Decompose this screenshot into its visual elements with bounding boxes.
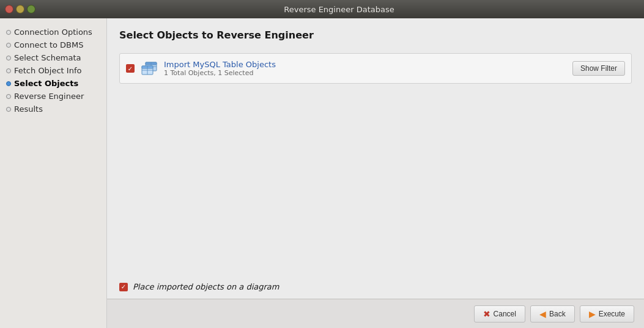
close-button[interactable] [5,5,13,13]
place-on-diagram-checkbox[interactable] [119,283,128,291]
minimize-button[interactable] [16,5,24,13]
cancel-label: Cancel [494,310,516,318]
back-label: Back [549,310,566,318]
sidebar-label-fetch-object-info: Fetch Object Info [14,66,81,75]
sidebar-dot-connect-to-dbms [6,43,11,48]
maximize-button[interactable] [27,5,35,13]
sidebar-item-fetch-object-info[interactable]: Fetch Object Info [0,64,106,77]
sidebar-dot-reverse-engineer [6,94,11,99]
sidebar-label-select-schemata: Select Schemata [14,53,81,62]
sidebar-dot-connection-options [6,30,11,35]
sidebar-dot-fetch-object-info [6,68,11,73]
execute-label: Execute [599,310,625,318]
titlebar: Reverse Engineer Database [0,0,644,18]
window-title: Reverse Engineer Database [39,5,639,14]
sidebar-item-results[interactable]: Results [0,103,106,115]
sidebar-label-select-objects: Select Objects [14,79,78,88]
content-header: Select Objects to Reverse Engineer [107,18,644,47]
main-container: Connection Options Connect to DBMS Selec… [0,18,644,328]
object-subtitle: 1 Total Objects, 1 Selected [164,69,276,77]
object-section: Import MySQL Table Objects 1 Total Objec… [119,53,632,84]
object-checkbox[interactable] [126,64,135,73]
sidebar-label-connect-to-dbms: Connect to DBMS [14,40,83,49]
show-filter-button[interactable]: Show Filter [572,61,625,76]
footer: ✖ Cancel ◀ Back ▶ Execute [107,299,644,328]
sidebar-label-reverse-engineer: Reverse Engineer [14,92,84,101]
sidebar-item-select-schemata[interactable]: Select Schemata [0,51,106,64]
sidebar-item-reverse-engineer[interactable]: Reverse Engineer [0,90,106,103]
cancel-button[interactable]: ✖ Cancel [474,305,525,323]
execute-button[interactable]: ▶ Execute [580,305,634,323]
place-on-diagram-label: Place imported objects on a diagram [133,282,279,291]
sidebar-dot-results [6,107,11,112]
sidebar-dot-select-objects [6,81,11,86]
bottom-area: Place imported objects on a diagram [107,275,644,299]
sidebar-item-connection-options[interactable]: Connection Options [0,26,106,38]
sidebar-dot-select-schemata [6,56,11,60]
back-icon: ◀ [539,309,546,319]
execute-icon: ▶ [589,309,596,319]
back-button[interactable]: ◀ Back [530,305,575,323]
table-objects-icon [139,59,159,78]
content-body: Import MySQL Table Objects 1 Total Objec… [107,47,644,275]
sidebar: Connection Options Connect to DBMS Selec… [0,18,107,328]
object-info: Import MySQL Table Objects 1 Total Objec… [164,60,276,77]
sidebar-label-connection-options: Connection Options [14,27,92,37]
window-controls[interactable] [5,5,35,13]
sidebar-item-select-objects[interactable]: Select Objects [0,77,106,90]
sidebar-label-results: Results [14,104,43,114]
object-title[interactable]: Import MySQL Table Objects [164,60,276,69]
object-section-left: Import MySQL Table Objects 1 Total Objec… [126,59,566,78]
page-title: Select Objects to Reverse Engineer [119,29,632,41]
sidebar-item-connect-to-dbms[interactable]: Connect to DBMS [0,38,106,51]
cancel-icon: ✖ [483,309,490,319]
content-area: Select Objects to Reverse Engineer [107,18,644,328]
